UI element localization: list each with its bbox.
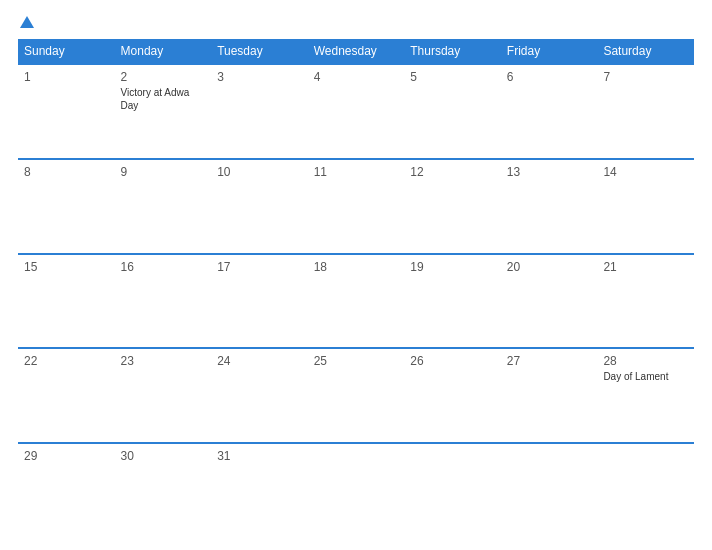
- weekday-header-cell: Friday: [501, 39, 598, 64]
- day-number: 10: [217, 165, 302, 179]
- calendar-page: SundayMondayTuesdayWednesdayThursdayFrid…: [0, 0, 712, 550]
- day-number: 7: [603, 70, 688, 84]
- day-number: 23: [121, 354, 206, 368]
- day-number: 1: [24, 70, 109, 84]
- calendar-day-cell: 31: [211, 443, 308, 538]
- calendar-day-cell: 4: [308, 64, 405, 159]
- day-number: 24: [217, 354, 302, 368]
- calendar-day-cell: [501, 443, 598, 538]
- logo: [18, 16, 34, 31]
- calendar-day-cell: 30: [115, 443, 212, 538]
- calendar-day-cell: 24: [211, 348, 308, 443]
- day-number: 20: [507, 260, 592, 274]
- calendar-week-row: 12Victory at Adwa Day34567: [18, 64, 694, 159]
- calendar-week-row: 293031: [18, 443, 694, 538]
- calendar-day-cell: 11: [308, 159, 405, 254]
- calendar-day-cell: 1: [18, 64, 115, 159]
- day-number: 4: [314, 70, 399, 84]
- day-number: 25: [314, 354, 399, 368]
- calendar-day-cell: [404, 443, 501, 538]
- calendar-day-cell: 18: [308, 254, 405, 349]
- calendar-day-cell: 20: [501, 254, 598, 349]
- calendar-day-cell: 6: [501, 64, 598, 159]
- event-text: Day of Lament: [603, 370, 688, 383]
- weekday-header-cell: Wednesday: [308, 39, 405, 64]
- day-number: 31: [217, 449, 302, 463]
- weekday-header-cell: Monday: [115, 39, 212, 64]
- day-number: 28: [603, 354, 688, 368]
- day-number: 16: [121, 260, 206, 274]
- day-number: 8: [24, 165, 109, 179]
- calendar-week-row: 22232425262728Day of Lament: [18, 348, 694, 443]
- weekday-header-cell: Tuesday: [211, 39, 308, 64]
- calendar-day-cell: 26: [404, 348, 501, 443]
- calendar-day-cell: 2Victory at Adwa Day: [115, 64, 212, 159]
- calendar-day-cell: 13: [501, 159, 598, 254]
- calendar-day-cell: 5: [404, 64, 501, 159]
- logo-triangle-icon: [20, 16, 34, 28]
- calendar-day-cell: 29: [18, 443, 115, 538]
- calendar-day-cell: 28Day of Lament: [597, 348, 694, 443]
- calendar-day-cell: 25: [308, 348, 405, 443]
- calendar-day-cell: 27: [501, 348, 598, 443]
- calendar-day-cell: 23: [115, 348, 212, 443]
- day-number: 6: [507, 70, 592, 84]
- weekday-header-cell: Sunday: [18, 39, 115, 64]
- day-number: 17: [217, 260, 302, 274]
- day-number: 11: [314, 165, 399, 179]
- day-number: 18: [314, 260, 399, 274]
- day-number: 5: [410, 70, 495, 84]
- day-number: 2: [121, 70, 206, 84]
- calendar-day-cell: 7: [597, 64, 694, 159]
- calendar-week-row: 15161718192021: [18, 254, 694, 349]
- event-text: Victory at Adwa Day: [121, 86, 206, 112]
- day-number: 30: [121, 449, 206, 463]
- day-number: 21: [603, 260, 688, 274]
- calendar-table: SundayMondayTuesdayWednesdayThursdayFrid…: [18, 39, 694, 538]
- calendar-day-cell: 17: [211, 254, 308, 349]
- calendar-header: [18, 16, 694, 31]
- weekday-header-cell: Thursday: [404, 39, 501, 64]
- calendar-day-cell: [597, 443, 694, 538]
- day-number: 27: [507, 354, 592, 368]
- day-number: 15: [24, 260, 109, 274]
- calendar-day-cell: 9: [115, 159, 212, 254]
- calendar-day-cell: [308, 443, 405, 538]
- day-number: 22: [24, 354, 109, 368]
- day-number: 19: [410, 260, 495, 274]
- calendar-day-cell: 8: [18, 159, 115, 254]
- calendar-day-cell: 10: [211, 159, 308, 254]
- day-number: 9: [121, 165, 206, 179]
- weekday-header-cell: Saturday: [597, 39, 694, 64]
- calendar-day-cell: 3: [211, 64, 308, 159]
- calendar-day-cell: 12: [404, 159, 501, 254]
- calendar-day-cell: 15: [18, 254, 115, 349]
- calendar-day-cell: 16: [115, 254, 212, 349]
- calendar-day-cell: 22: [18, 348, 115, 443]
- calendar-day-cell: 19: [404, 254, 501, 349]
- day-number: 3: [217, 70, 302, 84]
- day-number: 12: [410, 165, 495, 179]
- day-number: 26: [410, 354, 495, 368]
- calendar-day-cell: 21: [597, 254, 694, 349]
- calendar-day-cell: 14: [597, 159, 694, 254]
- weekday-header-row: SundayMondayTuesdayWednesdayThursdayFrid…: [18, 39, 694, 64]
- day-number: 13: [507, 165, 592, 179]
- calendar-week-row: 891011121314: [18, 159, 694, 254]
- day-number: 14: [603, 165, 688, 179]
- day-number: 29: [24, 449, 109, 463]
